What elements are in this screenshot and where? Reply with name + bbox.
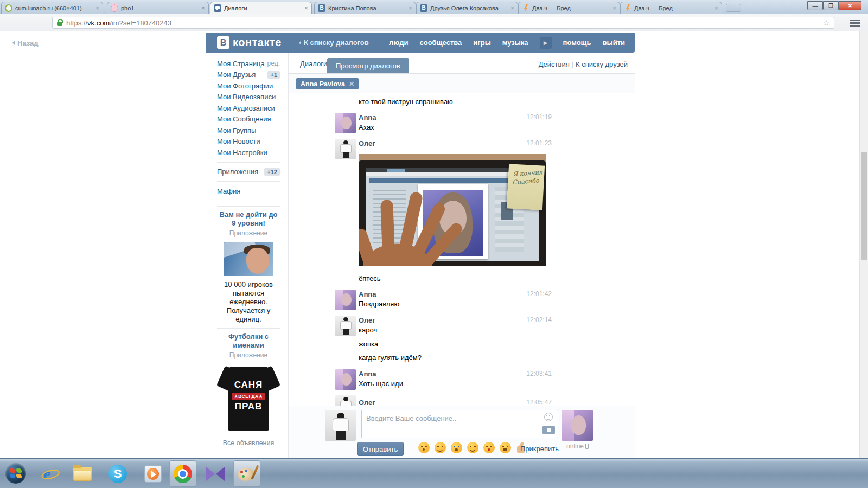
emoji-picker-icon[interactable] bbox=[544, 413, 553, 421]
tab-close-icon[interactable]: × bbox=[409, 4, 412, 12]
message-author[interactable]: Олег bbox=[359, 139, 375, 147]
tab-close-icon[interactable]: × bbox=[304, 4, 308, 12]
avatar-oleg[interactable] bbox=[335, 395, 356, 406]
new-tab-button[interactable] bbox=[726, 4, 741, 12]
browser-tab[interactable]: B Кристина Попова × bbox=[314, 2, 416, 14]
address-bar[interactable]: https://vk.com/im?sel=180740243 ☆ bbox=[52, 17, 834, 29]
kiss-heart-face-emoji[interactable] bbox=[483, 442, 495, 453]
taskbar-kmplayer-button[interactable] bbox=[202, 460, 229, 487]
avatar-anna[interactable] bbox=[335, 113, 356, 133]
avatar-anna[interactable] bbox=[335, 369, 356, 390]
taskbar-internet-explorer-button[interactable]: e bbox=[34, 460, 61, 487]
avatar-anna[interactable] bbox=[335, 290, 356, 310]
tab-view-dialogs-active[interactable]: Просмотр диалогов bbox=[327, 58, 409, 73]
ad-title[interactable]: Вам не дойти до 9 уровня! bbox=[217, 210, 280, 228]
message-photo[interactable]: Я кончил Спасибо bbox=[359, 154, 546, 266]
message: Anna 12:01:42 Поздравляю bbox=[289, 290, 635, 314]
message-author[interactable]: Anna bbox=[359, 113, 376, 121]
taskbar-file-explorer-button[interactable] bbox=[69, 460, 96, 487]
sidebar-item-my-photos[interactable]: Мои Фотографии bbox=[217, 80, 280, 92]
taskbar-paint-button[interactable] bbox=[233, 460, 260, 487]
back-to-dialogs-link[interactable]: К списку диалогов bbox=[297, 38, 369, 47]
browser-tab-active[interactable]: Диалоги × bbox=[210, 2, 312, 14]
tab-close-icon[interactable]: × bbox=[201, 4, 205, 12]
kissing-face-emoji[interactable] bbox=[418, 442, 430, 453]
message-author[interactable]: Anna bbox=[359, 290, 376, 298]
message-author[interactable]: Олег bbox=[359, 316, 375, 324]
taskbar-chrome-button[interactable] bbox=[169, 460, 196, 487]
vk-top-nav: люди сообщества игры музыка ▶ помощь вый… bbox=[389, 37, 625, 49]
tab-close-icon[interactable]: × bbox=[612, 4, 616, 12]
smiling-face-emoji[interactable] bbox=[467, 442, 478, 453]
internet-explorer-icon: e bbox=[43, 465, 50, 483]
sidebar-item-my-page[interactable]: Моя Страницаред. bbox=[217, 58, 280, 69]
taskbar-media-player-button[interactable] bbox=[139, 460, 167, 487]
person-filter-tag[interactable]: Anna Pavlova✕ bbox=[296, 78, 359, 89]
ad-image[interactable] bbox=[224, 242, 273, 276]
browser-tab[interactable]: pho1 × bbox=[107, 2, 209, 14]
tab-dialogs[interactable]: Диалоги bbox=[300, 60, 327, 68]
to-friends-link[interactable]: К списку друзей bbox=[576, 60, 628, 68]
send-button[interactable]: Отправить bbox=[357, 442, 404, 456]
message-author[interactable]: Олег bbox=[359, 399, 375, 406]
avatar-oleg[interactable] bbox=[335, 139, 356, 159]
tab-close-icon[interactable]: × bbox=[95, 4, 99, 12]
avatar-oleg[interactable] bbox=[335, 316, 356, 336]
tshirt-ad-image[interactable]: САНЯ ★ВСЕГДА★ ПРАВ bbox=[220, 364, 277, 431]
sidebar-item-mafia[interactable]: Мафия bbox=[217, 185, 280, 197]
nav-music[interactable]: музыка bbox=[502, 38, 528, 47]
crying-face-emoji[interactable] bbox=[451, 442, 462, 453]
sidebar-item-my-audio[interactable]: Мои Аудиозаписи bbox=[217, 102, 280, 114]
sidebar-item-apps[interactable]: Приложения+12 bbox=[217, 166, 280, 178]
vk-logo[interactable]: В контакте bbox=[217, 36, 282, 49]
message-author[interactable]: Anna bbox=[359, 370, 376, 378]
vk-back-link[interactable]: Назад bbox=[10, 39, 39, 47]
tab-close-icon[interactable]: × bbox=[510, 4, 514, 12]
sidebar-item-my-messages[interactable]: Мои Сообщения bbox=[217, 114, 280, 125]
composer-avatar-oleg[interactable] bbox=[325, 410, 356, 441]
taskbar-skype-button[interactable]: S bbox=[104, 460, 131, 487]
divider bbox=[217, 435, 280, 435]
composer-avatar-anna[interactable] bbox=[562, 410, 593, 441]
sidebar-item-my-news[interactable]: Мои Новости bbox=[217, 136, 280, 147]
page-scrollbar[interactable] bbox=[859, 31, 868, 458]
attach-link[interactable]: Прикрепить bbox=[520, 445, 559, 453]
sidebar-item-my-friends[interactable]: Мои Друзья+1 bbox=[217, 69, 280, 81]
sidebar-item-my-settings[interactable]: Мои Настройки bbox=[217, 147, 280, 158]
tag-close-icon[interactable]: ✕ bbox=[349, 80, 354, 88]
actions-link[interactable]: Действия bbox=[539, 60, 570, 68]
sidebar-item-my-videos[interactable]: Мои Видеозаписи bbox=[217, 92, 280, 103]
message-input[interactable] bbox=[361, 410, 558, 438]
restore-button[interactable]: ❐ bbox=[823, 1, 839, 10]
chrome-menu-icon[interactable] bbox=[850, 20, 860, 27]
nav-help[interactable]: помощь bbox=[563, 38, 591, 47]
attach-photo-camera-icon[interactable] bbox=[542, 426, 555, 434]
nav-logout[interactable]: выйти bbox=[603, 38, 625, 47]
bookmark-star-icon[interactable]: ☆ bbox=[822, 18, 829, 27]
kmplayer-icon bbox=[206, 467, 225, 481]
start-button[interactable] bbox=[5, 463, 26, 484]
minimize-button[interactable]: — bbox=[807, 1, 823, 10]
browser-tab[interactable]: Два.ч — Бред × bbox=[518, 2, 620, 14]
all-ads-link[interactable]: Все объявления bbox=[217, 439, 280, 447]
ad-block[interactable]: Футболки с именами Приложение САНЯ ★ВСЕГ… bbox=[217, 332, 280, 431]
message-list[interactable]: кто твой пиструн спрашиваю Anna 12:01:19… bbox=[289, 93, 635, 406]
ad-title[interactable]: Футболки с именами bbox=[217, 332, 280, 350]
scrollbar-thumb[interactable] bbox=[861, 152, 867, 260]
relieved-face-emoji[interactable] bbox=[435, 442, 446, 453]
browser-tab[interactable]: Два.ч — Бред - × bbox=[620, 2, 722, 14]
tab-close-icon[interactable]: × bbox=[714, 4, 718, 12]
nav-communities[interactable]: сообщества bbox=[419, 38, 462, 47]
nav-more-button[interactable]: ▶ bbox=[540, 37, 552, 49]
nav-games[interactable]: игры bbox=[473, 38, 490, 47]
ad-block[interactable]: Вам не дойти до 9 уровня! Приложение 10 … bbox=[217, 210, 280, 324]
close-button[interactable]: ✕ bbox=[839, 1, 861, 10]
divider bbox=[217, 162, 280, 163]
screen: cum.lunach.ru (660×401) × pho1 × Диалоги… bbox=[0, 0, 868, 488]
nav-people[interactable]: люди bbox=[389, 38, 408, 47]
weary-face-emoji[interactable] bbox=[500, 442, 511, 453]
sidebar-item-my-groups[interactable]: Мои Группы bbox=[217, 125, 280, 136]
browser-tab[interactable]: cum.lunach.ru (660×401) × bbox=[1, 2, 103, 14]
edit-link[interactable]: ред. bbox=[267, 60, 280, 67]
browser-tab[interactable]: B Друзья Олега Корсакова × bbox=[416, 2, 518, 14]
